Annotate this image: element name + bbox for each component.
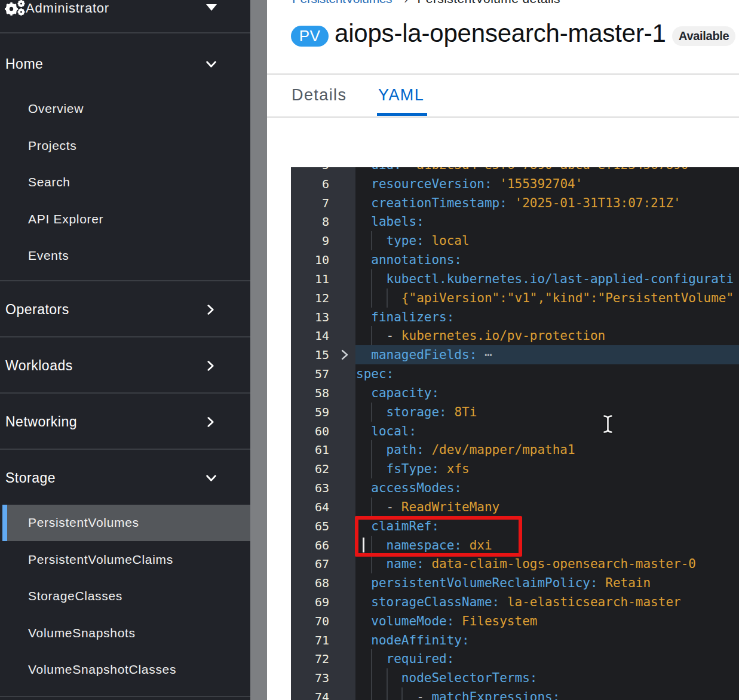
sidebar-section-workloads[interactable]: Workloads [0, 351, 250, 380]
sidebar-item-label: API Explorer [28, 211, 103, 227]
code-line-67[interactable]: 67name: data-claim-logs-opensearch-maste… [291, 554, 739, 573]
yaml-editor[interactable]: 5uid: 'a1b2c3d4-e5f6-7890-abcd-ef1234567… [291, 167, 739, 700]
code-line-63[interactable]: 63accessModes: [291, 478, 739, 498]
code-line-58[interactable]: 58capacity: [291, 383, 739, 403]
token-key: nodeAffinity: [371, 633, 469, 647]
code-line-text: annotations: [371, 250, 462, 269]
code-line-61[interactable]: 61path: /dev/mapper/mpatha1 [291, 440, 739, 459]
code-line-5[interactable]: 5uid: 'a1b2c3d4-e5f6-7890-abcd-ef1234567… [291, 167, 739, 174]
code-line-73[interactable]: 73nodeSelectorTerms: [291, 668, 739, 687]
code-line-6[interactable]: 6resourceVersion: '155392704' [291, 174, 739, 194]
sidebar-item-events[interactable]: Events [0, 238, 250, 274]
code-line-text: managedFields: ⋯ [371, 345, 490, 364]
line-number: 65 [291, 517, 329, 536]
sidebar-section-divider [0, 696, 250, 697]
caret-down-icon [206, 4, 217, 11]
sidebar-section-label: Home [5, 56, 43, 72]
line-number: 61 [291, 440, 329, 459]
code-line-15[interactable]: 15managedFields: ⋯ [291, 345, 739, 364]
cogs-icon [3, 0, 26, 20]
tab-details[interactable]: Details [292, 85, 346, 105]
indent-guide [371, 668, 372, 687]
sidebar-item-persistentvolumeclaims[interactable]: PersistentVolumeClaims [0, 541, 250, 578]
token-val: /dev/mapper/mpatha1 [431, 443, 575, 457]
code-line-57[interactable]: 57spec: [291, 364, 739, 383]
indent-guide [371, 326, 372, 345]
line-number: 58 [291, 383, 329, 403]
token-fold: ⋯ [485, 348, 491, 362]
line-number: 64 [291, 498, 329, 517]
tabs-divider [267, 116, 739, 118]
indent-guide [371, 498, 372, 517]
indent-guide [387, 687, 388, 700]
breadcrumb-link-persistentvolumes[interactable]: PersistentVolumes [292, 0, 392, 5]
code-line-10[interactable]: 10annotations: [291, 250, 739, 269]
indent-guide [371, 554, 372, 573]
indent-guide [371, 231, 372, 250]
code-line-9[interactable]: 9type: local [291, 231, 739, 250]
sidebar-item-volumesnapshotclasses[interactable]: VolumeSnapshotClasses [0, 652, 250, 688]
sidebar-section-operators[interactable]: Operators [0, 295, 250, 324]
token-key: creationTimestamp: [371, 196, 507, 210]
code-line-text: resourceVersion: '155392704' [371, 174, 582, 194]
sidebar-item-label: StorageClasses [28, 588, 122, 604]
code-line-62[interactable]: 62fsType: xfs [291, 459, 739, 478]
code-line-text: finalizers: [371, 308, 454, 327]
token-key: uid: [371, 167, 401, 172]
code-line-text: name: data-claim-logs-opensearch-master-… [387, 554, 696, 573]
code-line-text: persistentVolumeReclaimPolicy: Retain [371, 573, 651, 592]
token-pl [424, 234, 432, 248]
tab-yaml[interactable]: YAML [378, 85, 424, 105]
code-line-13[interactable]: 13finalizers: [291, 308, 739, 327]
sidebar-item-search[interactable]: Search [0, 164, 250, 201]
token-val: local [431, 234, 469, 248]
chevron-down-icon [206, 59, 216, 69]
code-line-59[interactable]: 59storage: 8Ti [291, 403, 739, 422]
sidebar-item-overview[interactable]: Overview [0, 91, 250, 127]
sidebar-scrollbar[interactable] [250, 0, 267, 700]
sidebar-item-label: VolumeSnapshotClasses [28, 662, 176, 677]
code-line-71[interactable]: 71nodeAffinity: [291, 631, 739, 650]
token-pl [424, 443, 432, 457]
code-line-12[interactable]: 12{"apiVersion":"v1","kind":"PersistentV… [291, 288, 739, 308]
fold-chevron-icon[interactable] [339, 345, 350, 364]
code-line-7[interactable]: 7creationTimestamp: '2025-01-31T13:07:21… [291, 194, 739, 213]
sidebar-section-storage[interactable]: Storage [0, 463, 250, 492]
perspective-switcher[interactable]: Administrator [0, 0, 250, 32]
sidebar-item-persistentvolumes[interactable]: PersistentVolumes [2, 505, 250, 541]
sidebar-item-volumesnapshots[interactable]: VolumeSnapshots [0, 615, 250, 651]
indent-guide [401, 687, 403, 700]
sidebar-item-projects[interactable]: Projects [0, 127, 250, 164]
code-line-14[interactable]: 14- kubernetes.io/pv-protection [291, 326, 739, 345]
token-val: Retain [605, 576, 651, 590]
code-line-11[interactable]: 11kubectl.kubernetes.io/last-applied-con… [291, 269, 739, 288]
resource-kind-badge: PV [291, 26, 329, 47]
sidebar-section-home[interactable]: Home [0, 50, 250, 78]
code-line-8[interactable]: 8labels: [291, 212, 739, 231]
breadcrumb-separator-icon: › [392, 0, 417, 5]
line-number: 63 [291, 478, 329, 498]
code-line-64[interactable]: 64- ReadWriteMany [291, 498, 739, 517]
code-line-69[interactable]: 69storageClassName: la-elasticsearch-mas… [291, 592, 739, 612]
token-key: path: [387, 443, 424, 457]
token-val: Filesystem [462, 614, 537, 628]
indent-guide [371, 649, 372, 668]
sidebar-section-networking[interactable]: Networking [0, 407, 250, 436]
line-number: 72 [291, 649, 329, 668]
line-number: 74 [291, 687, 329, 700]
sidebar-item-storageclasses[interactable]: StorageClasses [0, 578, 250, 615]
code-line-72[interactable]: 72required: [291, 649, 739, 668]
token-key: volumeMode: [371, 614, 454, 628]
code-line-68[interactable]: 68persistentVolumeReclaimPolicy: Retain [291, 573, 739, 592]
code-line-74[interactable]: 74- matchExpressions: [291, 687, 739, 700]
code-line-70[interactable]: 70volumeMode: Filesystem [291, 612, 739, 631]
line-number: 7 [291, 194, 329, 213]
line-number: 11 [291, 269, 329, 288]
code-line-60[interactable]: 60local: [291, 422, 739, 441]
sidebar-section-divider [0, 32, 250, 33]
token-key: fsType: [387, 462, 440, 476]
token-key: managedFields: [371, 348, 477, 362]
sidebar-item-api-explorer[interactable]: API Explorer [0, 201, 250, 237]
token-key: labels: [371, 214, 424, 229]
token-pl [492, 177, 500, 191]
